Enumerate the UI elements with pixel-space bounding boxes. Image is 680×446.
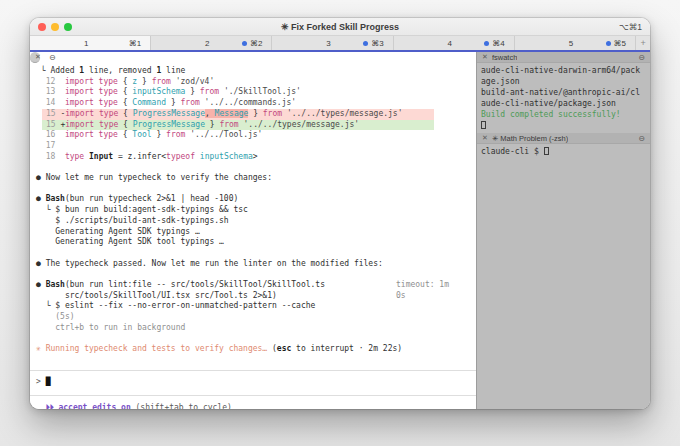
tab-3[interactable]: 3⌘3 [272, 36, 393, 50]
text-segment: Message [215, 109, 249, 118]
text-segment: } [185, 87, 199, 96]
right-aligned-annotation: 0s [396, 291, 454, 302]
fswatch-pane-title: fswatch [492, 53, 517, 62]
tab-shortcut-label: ⌘1 [129, 39, 141, 48]
fswatch-output[interactable]: aude-cli-native-darwin-arm64/package.jso… [477, 63, 650, 133]
tab-2[interactable]: 2⌘2 [151, 36, 272, 50]
text-segment: from [263, 109, 282, 118]
collapse-pane-icon[interactable]: ⊖ [49, 53, 56, 62]
text-segment: Bash [46, 194, 65, 203]
terminal-line: ● The typecheck passed. Now let me run t… [36, 259, 470, 270]
text-segment: import type [65, 109, 118, 118]
text-segment: 14 [36, 98, 65, 107]
tab-bar: 1⌘12⌘23⌘34⌘45⌘5+ [30, 36, 650, 52]
text-segment: Input [89, 152, 113, 161]
terminal-line: 16 import type { Tool } from '../../Tool… [36, 130, 470, 141]
tab-shortcut: ⌘2 [237, 39, 271, 48]
minimize-window-button[interactable] [51, 23, 59, 31]
terminal-line [36, 269, 470, 280]
text-segment: src/tools/SkillTool/UI.tsx src/Tool.ts 2… [36, 291, 277, 300]
window-title: ✳ Fix Forked Skill Progress [30, 22, 650, 32]
terminal-line [36, 184, 470, 195]
text-segment: ⏵⏵ [36, 403, 58, 409]
hollow-cursor [544, 147, 549, 155]
window-titlebar[interactable]: ✳ Fix Forked Skill Progress ⌥⌘1 [30, 18, 650, 36]
tab-activity-dot-icon [484, 41, 489, 46]
pane-container: ✕ ✳ Fix Forked Skill Progress (node) ⊖ └… [30, 52, 650, 409]
terminal-output[interactable]: └ Added 1 line, removed 1 line 12 import… [30, 63, 476, 409]
terminal-line [36, 162, 470, 173]
new-tab-button[interactable]: + [636, 36, 650, 50]
collapse-pane-icon[interactable]: ⊖ [638, 134, 645, 143]
math-terminal-output[interactable]: claude-cli $ [477, 144, 650, 409]
text-segment: 17 [36, 141, 55, 150]
collapse-pane-icon[interactable]: ⊖ [638, 53, 645, 62]
tab-number: 5 [515, 39, 601, 48]
close-pane-icon[interactable]: ✕ [482, 134, 488, 142]
close-window-button[interactable] [38, 23, 46, 31]
text-segment: 15 [46, 120, 60, 129]
math-pane-header[interactable]: ✕ ✳ Math Problem (-zsh) ⊖ [477, 133, 650, 144]
tab-5[interactable]: 5⌘5 [515, 36, 636, 50]
terminal-line [36, 334, 470, 345]
text-segment: > [253, 152, 258, 161]
text-segment: inputSchema [132, 87, 185, 96]
terminal-line: claude-cli $ [481, 146, 646, 157]
text-segment: } [205, 120, 219, 129]
right-aligned-annotation: timeout: 1m [396, 280, 454, 291]
text-segment: 12 [36, 77, 65, 86]
text-segment: Bash [46, 280, 65, 289]
zoom-window-button[interactable] [64, 23, 72, 31]
text-segment: 18 [36, 152, 65, 161]
terminal-line: 13 import type { inputSchema } from './S… [36, 87, 470, 98]
text-segment: } [137, 77, 151, 86]
text-segment: './SkillTool.js' [224, 87, 301, 96]
right-pane-column: ✕ fswatch ⊖ aude-cli-native-darwin-arm64… [477, 52, 650, 409]
text-segment: 0s [396, 291, 406, 300]
text-segment: } [248, 109, 262, 118]
tab-shortcut-label: ⌘2 [250, 39, 262, 48]
text-segment: import type [65, 98, 118, 107]
text-segment: └ $ eslint --fix --no-error-on-unmatched… [36, 301, 315, 310]
text-segment: ✳ Running typecheck and tests to verify … [36, 344, 272, 353]
text-segment: type [65, 152, 84, 161]
text-segment: > [36, 377, 46, 386]
text-segment: age.json [481, 77, 520, 86]
close-pane-icon[interactable]: ✕ [35, 53, 41, 61]
text-segment: import type [65, 77, 118, 86]
terminal-line: 17 [36, 141, 470, 152]
tab-activity-dot-icon [606, 41, 611, 46]
text-segment: import type [65, 120, 118, 129]
text-segment: Added [50, 66, 79, 75]
text-segment: { [118, 98, 132, 107]
divider [30, 395, 476, 396]
fswatch-pane-header[interactable]: ✕ fswatch ⊖ [477, 52, 650, 63]
tab-shortcut-label: ⌘5 [614, 39, 626, 48]
terminal-line: 15 +import type { ProgressMessage } from… [42, 120, 434, 131]
tab-activity-dot-icon [363, 41, 368, 46]
terminal-line: 12 import type { z } from 'zod/v4' [36, 77, 470, 88]
text-segment: { [118, 130, 132, 139]
tab-1[interactable]: 1⌘1 [30, 36, 151, 50]
terminal-window: ✳ Fix Forked Skill Progress ⌥⌘1 1⌘12⌘23⌘… [30, 18, 650, 409]
text-segment: inputSchema [200, 152, 253, 161]
text-segment: └ $ bun run build:agent-sdk-typings && t… [36, 205, 248, 214]
tab-4[interactable]: 4⌘4 [394, 36, 515, 50]
text-segment: '../../types/message.js' [287, 109, 403, 118]
text-segment: build-ant-native/@anthropic-ai/cl [481, 88, 640, 97]
text-segment: '../../types/message.js' [244, 120, 360, 129]
text-segment: ● Now let me run typecheck to verify the… [36, 173, 272, 182]
window-shortcut-label: ⌥⌘1 [619, 22, 642, 32]
text-segment: typeof [166, 152, 195, 161]
close-pane-icon[interactable]: ✕ [482, 53, 488, 61]
text-segment: $ ./scripts/build-ant-sdk-typings.sh [36, 216, 229, 225]
text-segment: Tool [132, 130, 151, 139]
terminal-line [481, 120, 646, 131]
terminal-line [36, 248, 470, 259]
left-pane-header[interactable]: ✕ ✳ Fix Forked Skill Progress (node) ⊖ [30, 52, 40, 63]
text-segment: { [118, 109, 132, 118]
terminal-line: Generating Agent SDK typings … [36, 227, 470, 238]
terminal-line: ✳ Running typecheck and tests to verify … [36, 344, 470, 355]
text-segment: { [118, 87, 132, 96]
text-segment: line, removed [84, 66, 156, 75]
